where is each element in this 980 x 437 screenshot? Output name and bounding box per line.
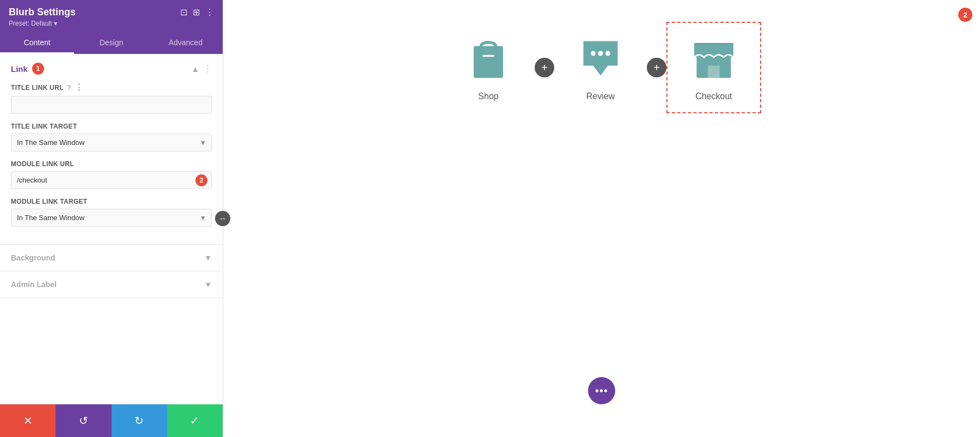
review-label: Review bbox=[586, 92, 615, 101]
svg-point-3 bbox=[598, 51, 603, 56]
tab-bar: Content Design Advanced bbox=[0, 33, 223, 54]
module-link-url-group: Module Link URL 2 bbox=[11, 160, 212, 189]
section-controls: ▲ ⋮ bbox=[191, 64, 212, 74]
panel-header-controls: ⊡ ⊞ ⋮ bbox=[180, 7, 214, 17]
panel-title: Blurb Settings bbox=[9, 7, 76, 18]
svg-point-2 bbox=[591, 51, 596, 56]
title-link-url-group: Title Link URL ? ⋮ bbox=[11, 82, 212, 114]
svg-rect-1 bbox=[482, 55, 494, 57]
module-link-url-input[interactable] bbox=[11, 171, 212, 189]
blurb-shop[interactable]: Shop bbox=[442, 23, 535, 112]
floating-dots-button[interactable]: ••• bbox=[588, 377, 615, 404]
svg-rect-0 bbox=[474, 46, 503, 78]
focus-icon[interactable]: ⊡ bbox=[180, 7, 187, 17]
undo-button[interactable]: ↺ bbox=[56, 404, 111, 437]
module-link-target-select[interactable]: In The Same Window In A New Window bbox=[11, 209, 212, 227]
title-url-help-icon[interactable]: ? bbox=[67, 83, 71, 92]
title-url-more-icon[interactable]: ⋮ bbox=[75, 82, 83, 93]
cancel-icon: ✕ bbox=[23, 414, 33, 427]
tab-design[interactable]: Design bbox=[74, 33, 148, 54]
svg-point-4 bbox=[605, 51, 610, 56]
checkout-label: Checkout bbox=[695, 92, 732, 101]
columns-icon[interactable]: ⊞ bbox=[193, 7, 200, 17]
save-icon: ✓ bbox=[190, 414, 199, 427]
checkout-icon bbox=[689, 34, 738, 83]
module-url-wrapper: 2 bbox=[11, 171, 212, 189]
blurb-review[interactable]: Review bbox=[554, 23, 647, 112]
tab-advanced[interactable]: Advanced bbox=[149, 33, 223, 54]
settings-panel: Blurb Settings ⊡ ⊞ ⋮ Preset: Default ▾ C… bbox=[0, 0, 223, 437]
svg-rect-6 bbox=[708, 66, 720, 78]
link-section: Link 1 ▲ ⋮ Title Link URL ? ⋮ Titl bbox=[0, 54, 223, 245]
more-icon[interactable]: ⋮ bbox=[205, 7, 214, 17]
title-link-target-label: Title Link Target bbox=[11, 123, 212, 130]
module-link-target-label: Module Link Target bbox=[11, 198, 212, 205]
title-link-target-wrapper: In The Same Window In A New Window ▼ bbox=[11, 133, 212, 151]
add-blurb-button-1[interactable]: + bbox=[535, 58, 554, 77]
title-link-url-label: Title Link URL ? ⋮ bbox=[11, 82, 212, 93]
redo-button[interactable]: ↻ bbox=[112, 404, 167, 437]
background-section: Background ▼ bbox=[0, 245, 223, 271]
redo-icon: ↻ bbox=[134, 414, 144, 427]
preset-label[interactable]: Preset: Default ▾ bbox=[9, 20, 214, 27]
background-chevron-icon: ▼ bbox=[204, 253, 212, 262]
module-link-url-label: Module Link URL bbox=[11, 160, 212, 168]
link-section-badge: 1 bbox=[32, 63, 44, 75]
panel-header: Blurb Settings ⊡ ⊞ ⋮ Preset: Default ▾ bbox=[0, 0, 223, 33]
link-section-title: Link 1 bbox=[11, 63, 44, 75]
admin-label-section: Admin Label ▼ bbox=[0, 271, 223, 298]
admin-label-section-header[interactable]: Admin Label ▼ bbox=[11, 280, 212, 289]
panel-content: Link 1 ▲ ⋮ Title Link URL ? ⋮ Titl bbox=[0, 54, 223, 404]
canvas-area: Shop + Review + 2 bbox=[223, 0, 980, 437]
title-link-target-select[interactable]: In The Same Window In A New Window bbox=[11, 133, 212, 151]
admin-label-section-title: Admin Label bbox=[11, 280, 57, 289]
review-icon bbox=[576, 34, 625, 83]
resize-handle[interactable]: ↔ bbox=[215, 211, 230, 226]
save-button[interactable]: ✓ bbox=[167, 404, 223, 437]
title-link-url-input[interactable] bbox=[11, 96, 212, 114]
cancel-button[interactable]: ✕ bbox=[0, 404, 56, 437]
shop-label: Shop bbox=[478, 92, 498, 101]
resize-icon: ↔ bbox=[219, 214, 226, 223]
selection-badge: 2 bbox=[958, 8, 972, 22]
blurb-checkout[interactable]: Checkout bbox=[666, 22, 761, 113]
background-section-header[interactable]: Background ▼ bbox=[11, 253, 212, 262]
add-blurb-button-2[interactable]: + bbox=[647, 58, 666, 77]
module-link-target-group: Module Link Target In The Same Window In… bbox=[11, 198, 212, 227]
undo-icon: ↺ bbox=[79, 414, 88, 427]
module-url-badge: 2 bbox=[195, 174, 207, 186]
collapse-icon[interactable]: ▲ bbox=[191, 64, 199, 74]
background-section-title: Background bbox=[11, 253, 56, 262]
shop-icon bbox=[464, 34, 513, 83]
title-link-target-group: Title Link Target In The Same Window In … bbox=[11, 123, 212, 151]
section-more-icon[interactable]: ⋮ bbox=[204, 64, 212, 74]
admin-label-chevron-icon: ▼ bbox=[204, 280, 212, 289]
module-link-target-wrapper: In The Same Window In A New Window ▼ bbox=[11, 209, 212, 227]
blurbs-row: Shop + Review + 2 bbox=[256, 22, 947, 113]
bottom-toolbar: ✕ ↺ ↻ ✓ bbox=[0, 404, 223, 437]
tab-content[interactable]: Content bbox=[0, 33, 74, 54]
